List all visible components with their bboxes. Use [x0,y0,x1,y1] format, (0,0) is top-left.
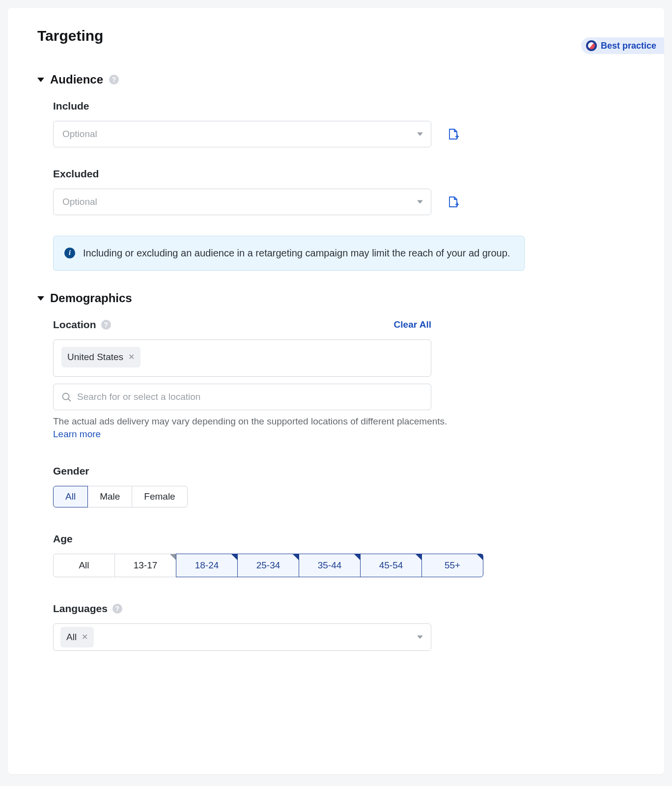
age-option[interactable]: 18-24 [176,554,238,577]
gender-option-male[interactable]: Male [87,486,132,507]
chevron-down-icon [417,200,423,204]
card-header: Targeting [37,28,635,44]
languages-select[interactable]: All ✕ [53,623,431,651]
chevron-down-icon [417,636,423,639]
remove-tag-icon[interactable]: ✕ [128,353,135,361]
audience-excluded-select[interactable]: Optional [53,189,431,215]
include-label: Include [53,100,635,112]
help-icon[interactable]: ? [109,75,119,84]
languages-label: Languages [53,603,108,615]
help-icon[interactable]: ? [101,320,111,330]
location-search-placeholder: Search for or select a location [77,392,200,402]
targeting-card: Targeting Best practice Audience ? Inclu… [8,8,664,774]
age-option[interactable]: All [53,554,115,577]
demographics-section-header[interactable]: Demographics [37,291,635,305]
info-icon [64,248,75,258]
language-tag-label: All [66,632,77,643]
audience-section-header[interactable]: Audience ? [37,73,635,86]
svg-point-4 [63,393,69,400]
age-option[interactable]: 45-54 [360,554,422,577]
location-label: Location [53,319,96,331]
include-placeholder: Optional [62,129,97,140]
gender-label: Gender [53,465,635,477]
svg-line-5 [68,399,71,401]
age-segmented-control: All13-1718-2425-3435-4445-5455+ [53,554,483,577]
create-audience-icon[interactable] [448,128,459,140]
location-hint: The actual ads delivery may vary dependi… [53,416,495,427]
language-tag: All ✕ [60,627,94,647]
remove-tag-icon[interactable]: ✕ [82,633,88,641]
gender-option-all[interactable]: All [53,486,88,507]
best-practice-label: Best practice [601,41,656,51]
clear-all-link[interactable]: Clear All [394,319,431,330]
learn-more-link[interactable]: Learn more [53,429,101,439]
audience-info-text: Including or excluding an audience in a … [83,246,510,260]
location-tags-box[interactable]: United States ✕ [53,339,431,377]
help-icon[interactable]: ? [112,604,122,614]
age-label: Age [53,533,635,545]
age-option[interactable]: 13-17 [114,554,176,577]
gender-option-female[interactable]: Female [132,486,187,507]
create-audience-icon[interactable] [448,196,459,208]
audience-section-title: Audience [50,73,103,86]
location-tag: United States ✕ [61,347,140,367]
demographics-section-title: Demographics [50,291,132,305]
age-option[interactable]: 35-44 [299,554,361,577]
age-option[interactable]: 55+ [421,554,483,577]
excluded-label: Excluded [53,168,635,180]
location-search-input[interactable]: Search for or select a location [53,384,431,410]
caret-down-icon [37,78,44,82]
caret-down-icon [37,296,44,301]
compass-icon [586,40,597,51]
excluded-placeholder: Optional [62,196,97,207]
best-practice-badge[interactable]: Best practice [581,37,664,54]
audience-info-alert: Including or excluding an audience in a … [53,236,525,271]
age-option[interactable]: 25-34 [237,554,299,577]
audience-include-select[interactable]: Optional [53,121,431,147]
chevron-down-icon [417,133,423,136]
gender-segmented-control: AllMaleFemale [53,486,188,507]
page-title: Targeting [37,28,103,44]
location-tag-label: United States [67,352,123,363]
